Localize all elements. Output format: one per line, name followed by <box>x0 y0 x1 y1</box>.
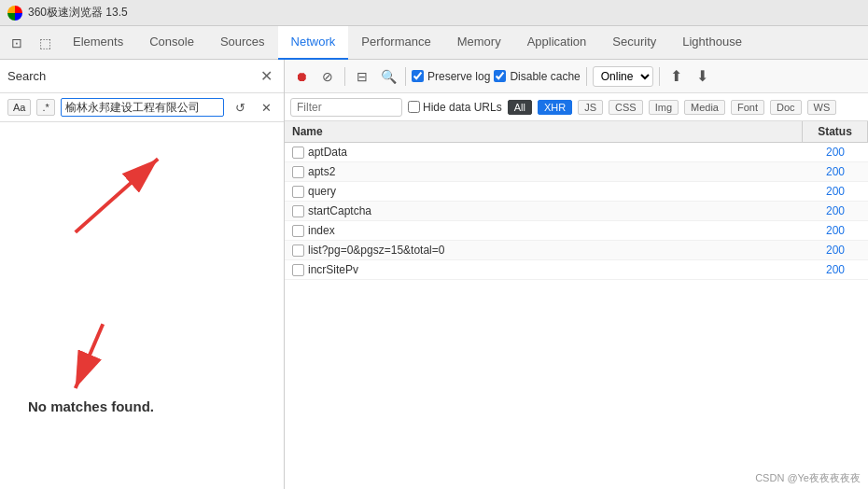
hide-data-urls-label[interactable]: Hide data URLs <box>408 101 502 114</box>
table-row[interactable]: query 200 <box>285 182 868 202</box>
disable-cache-checkbox[interactable] <box>494 70 506 82</box>
record-button[interactable]: ⏺ <box>290 65 313 88</box>
table-row[interactable]: aptData 200 <box>285 143 868 162</box>
row-status-cell: 200 <box>803 143 868 161</box>
hide-data-urls-checkbox[interactable] <box>408 101 420 113</box>
filter-js-button[interactable]: JS <box>578 100 603 115</box>
tab-sources[interactable]: Sources <box>207 26 278 60</box>
search-close-button[interactable]: ✕ <box>257 65 276 87</box>
inspect-icon[interactable]: ⬚ <box>32 30 58 56</box>
disable-cache-text: Disable cache <box>510 70 580 83</box>
toolbar-divider-3 <box>586 67 587 86</box>
filter-css-button[interactable]: CSS <box>609 100 643 115</box>
row-status-cell: 200 <box>803 260 868 279</box>
upload-button[interactable]: ⬆ <box>665 65 688 88</box>
search-panel: Search ✕ Aa .* ↺ ✕ <box>0 60 285 489</box>
search-options-bar: Aa .* ↺ ✕ <box>0 93 284 122</box>
row-name-text: apts2 <box>308 165 335 178</box>
row-status-cell: 200 <box>803 221 868 240</box>
tab-network[interactable]: Network <box>278 26 349 60</box>
search-regex-button[interactable]: .* <box>36 99 54 116</box>
annotation-area: No matches found. <box>0 122 284 489</box>
filter-icon-button[interactable]: ⊟ <box>351 65 373 88</box>
search-input-wrapper <box>61 98 224 117</box>
table-row[interactable]: apts2 200 <box>285 162 868 182</box>
search-network-button[interactable]: 🔍 <box>377 65 399 88</box>
search-input[interactable] <box>65 101 219 114</box>
row-checkbox[interactable] <box>292 225 304 237</box>
column-name: Name <box>285 121 803 142</box>
row-checkbox[interactable] <box>292 166 304 178</box>
tab-nav: Elements Console Sources Network Perform… <box>60 26 755 59</box>
row-checkbox[interactable] <box>292 186 304 198</box>
filter-input[interactable] <box>290 98 402 117</box>
tab-lighthouse[interactable]: Lighthouse <box>669 26 755 60</box>
row-status-cell: 200 <box>803 202 868 220</box>
row-name-text: index <box>308 224 335 237</box>
stop-button[interactable]: ⊘ <box>316 65 339 88</box>
title-bar: 360极速浏览器 13.5 <box>0 0 868 26</box>
preserve-log-text: Preserve log <box>427 70 490 83</box>
filter-all-button[interactable]: All <box>508 100 532 115</box>
tab-elements[interactable]: Elements <box>60 26 136 60</box>
tab-application[interactable]: Application <box>514 26 600 60</box>
row-name-text: startCaptcha <box>308 204 371 217</box>
row-checkbox[interactable] <box>292 264 304 276</box>
filter-bar: Hide data URLs All XHR JS CSS Img Media … <box>285 93 868 121</box>
disable-cache-label[interactable]: Disable cache <box>494 70 580 83</box>
row-name-cell: aptData <box>285 143 803 161</box>
row-name-cell: apts2 <box>285 162 803 181</box>
no-matches-text: No matches found. <box>28 398 154 414</box>
devtools-container: Search ✕ Aa .* ↺ ✕ <box>0 60 868 489</box>
network-panel: ⏺ ⊘ ⊟ 🔍 Preserve log Disable cache Onlin… <box>285 60 868 489</box>
table-body: aptData 200 apts2 200 query 200 startCap… <box>285 143 868 280</box>
table-header: Name Status <box>285 121 868 143</box>
search-label: Search <box>7 69 46 83</box>
column-status: Status <box>803 121 868 142</box>
row-status-cell: 200 <box>803 182 868 201</box>
arrows-svg <box>0 122 284 489</box>
row-name-cell: query <box>285 182 803 201</box>
throttle-select[interactable]: Online <box>593 66 653 87</box>
row-checkbox[interactable] <box>292 147 304 159</box>
browser-logo <box>7 6 22 21</box>
row-checkbox[interactable] <box>292 205 304 217</box>
toolbar-divider-2 <box>405 67 406 86</box>
toolbar-divider-4 <box>659 67 660 86</box>
filter-media-button[interactable]: Media <box>684 100 725 115</box>
row-checkbox[interactable] <box>292 244 304 257</box>
filter-font-button[interactable]: Font <box>731 100 764 115</box>
filter-xhr-button[interactable]: XHR <box>538 100 572 115</box>
tab-performance[interactable]: Performance <box>348 26 443 60</box>
row-name-text: query <box>308 185 336 198</box>
table-row[interactable]: list?pg=0&pgsz=15&total=0 200 <box>285 241 868 260</box>
row-name-cell: startCaptcha <box>285 202 803 220</box>
filter-doc-button[interactable]: Doc <box>770 100 802 115</box>
preserve-log-checkbox[interactable] <box>412 70 424 82</box>
search-clear-button[interactable]: ✕ <box>256 97 276 118</box>
preserve-log-label[interactable]: Preserve log <box>412 70 490 83</box>
tab-console[interactable]: Console <box>136 26 207 60</box>
svg-line-2 <box>76 159 158 232</box>
filter-img-button[interactable]: Img <box>649 100 679 115</box>
row-name-text: aptData <box>308 146 347 159</box>
row-name-cell: list?pg=0&pgsz=15&total=0 <box>285 241 803 259</box>
table-row[interactable]: startCaptcha 200 <box>285 202 868 221</box>
row-name-cell: incrSitePv <box>285 260 803 279</box>
search-header: Search ✕ <box>0 60 284 93</box>
table-row[interactable]: index 200 <box>285 221 868 241</box>
tab-security[interactable]: Security <box>599 26 669 60</box>
table-row[interactable]: incrSitePv 200 <box>285 260 868 280</box>
network-toolbar: ⏺ ⊘ ⊟ 🔍 Preserve log Disable cache Onlin… <box>285 60 868 93</box>
main-toolbar: ⊡ ⬚ Elements Console Sources Network Per… <box>0 26 868 60</box>
network-table: Name Status aptData 200 apts2 200 query … <box>285 121 868 489</box>
row-name-cell: index <box>285 221 803 240</box>
search-aa-button[interactable]: Aa <box>7 99 31 116</box>
filter-ws-button[interactable]: WS <box>807 100 837 115</box>
search-refresh-button[interactable]: ↺ <box>230 97 250 118</box>
dock-icon[interactable]: ⊡ <box>4 30 30 56</box>
row-name-text: incrSitePv <box>308 263 358 276</box>
svg-line-3 <box>76 324 103 388</box>
download-button[interactable]: ⬇ <box>692 65 714 88</box>
tab-memory[interactable]: Memory <box>444 26 514 60</box>
